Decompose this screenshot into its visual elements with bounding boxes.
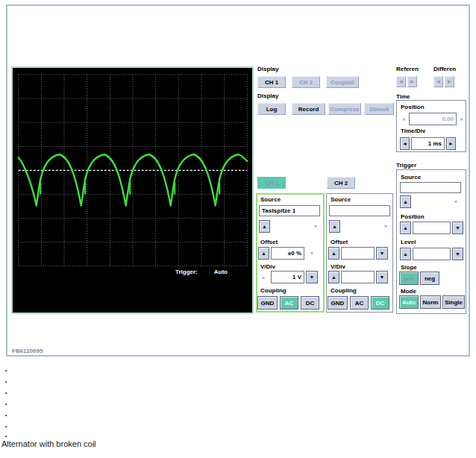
reference-next-button[interactable]: ►	[407, 76, 417, 87]
bullet-dot	[5, 415, 7, 416]
time-group-label: Time	[396, 93, 410, 100]
ch2-vdiv-value	[341, 271, 375, 283]
reference-prev-button[interactable]: ◄	[396, 76, 406, 87]
ch2-source-value[interactable]	[329, 205, 390, 216]
arrow-down-icon: ▼	[380, 275, 385, 280]
ch1-vdiv-value: 1 V	[271, 271, 304, 283]
trigger-position-up-button[interactable]: ▲	[400, 222, 411, 234]
slope-pos-button[interactable]: pos	[399, 272, 419, 285]
ch1-source-down-button[interactable]: ▼	[311, 222, 320, 231]
ch1-source-up-button[interactable]: ▲	[259, 220, 270, 233]
trigger-source-down-button[interactable]: ▼	[451, 197, 460, 207]
arrow-down-icon: ▼	[313, 224, 319, 229]
arrow-down-icon: ▼	[383, 224, 389, 229]
ch2-coupling-gnd-button[interactable]: GND	[328, 296, 348, 310]
ch2-source-up-button[interactable]: ▲	[329, 220, 340, 233]
ch1-offset-up-button[interactable]: ▲	[258, 247, 269, 260]
ch1-vdiv-up-button[interactable]: ▲	[259, 272, 268, 282]
difference-next-button[interactable]: ►	[445, 76, 454, 87]
figure-code: FB6110095	[12, 348, 43, 354]
arrow-up-icon: ▲	[403, 199, 408, 204]
tab-ch2[interactable]: CH 2	[327, 177, 355, 189]
arrow-right-icon: ►	[410, 78, 416, 85]
arrow-right-icon: ►	[447, 78, 453, 85]
record-button[interactable]: Record	[292, 103, 325, 115]
trigger-level-label: Level	[401, 239, 416, 245]
trigger-position-value	[413, 222, 451, 234]
compress-button[interactable]: Compress	[328, 103, 361, 115]
bullet-dot	[5, 381, 7, 383]
arrow-up-icon: ▲	[331, 275, 336, 280]
ch1-offset-label: Offset	[260, 239, 278, 245]
ch1-coupling-label: Coupling	[260, 287, 286, 294]
mode-auto-button[interactable]: Auto	[399, 295, 419, 309]
time-position-value: 0.00	[409, 113, 457, 125]
slope-neg-button[interactable]: neg	[420, 272, 439, 285]
time-position-left-button[interactable]: ◄	[400, 113, 407, 125]
ch2-offset-up-button[interactable]: ▲	[328, 247, 339, 260]
ch2-vdiv-down-button[interactable]: ▼	[376, 271, 388, 283]
arrow-up-icon: ▲	[262, 224, 267, 229]
ch1-source-label: Source	[260, 196, 281, 203]
screen-trigger-status: Trigger: Auto	[175, 269, 228, 275]
arrow-down-icon: ▼	[454, 199, 459, 204]
trigger-source-value[interactable]	[400, 182, 461, 193]
display-coupled-button[interactable]: Coupled	[326, 76, 359, 88]
time-position-label: Position	[401, 104, 425, 110]
ch2-offset-down-button[interactable]: ▼	[376, 247, 388, 260]
mode-single-button[interactable]: Single	[442, 295, 465, 309]
ch1-offset-value: ±0 %	[271, 247, 304, 260]
ch2-vdiv-up-button[interactable]: ▲	[328, 271, 339, 283]
mode-norm-button[interactable]: Norm	[420, 295, 441, 309]
trigger-level-up-button[interactable]: ▲	[400, 248, 411, 260]
waveform-plot	[13, 68, 252, 313]
figure-caption: Alternator with broken coil	[1, 439, 96, 448]
arrow-down-icon: ▼	[455, 251, 460, 257]
ch2-coupling-label: Coupling	[331, 287, 357, 294]
ch2-coupling-ac-button[interactable]: AC	[350, 296, 369, 310]
bullet-dot	[5, 370, 7, 371]
arrow-up-icon: ▲	[331, 251, 336, 256]
bullet-dot	[5, 404, 7, 405]
bullet-dot	[5, 392, 7, 394]
reference-label: Referen	[396, 66, 419, 72]
arrow-down-icon: ▼	[380, 251, 385, 256]
trigger-level-down-button[interactable]: ▼	[452, 248, 463, 260]
timediv-decrease-button[interactable]: ◄	[400, 137, 410, 150]
display-channels-label: Display	[257, 66, 278, 72]
bullet-dot	[5, 436, 7, 437]
ch1-coupling-ac-button[interactable]: AC	[280, 296, 298, 310]
arrow-right-icon: ►	[460, 116, 465, 122]
display-ch1-button[interactable]: CH 1	[257, 76, 286, 88]
ch1-source-value[interactable]: Tastspitze 1	[259, 205, 320, 216]
ch1-coupling-gnd-button[interactable]: GND	[257, 296, 278, 310]
log-button[interactable]: Log	[257, 103, 286, 115]
arrow-left-icon: ◄	[402, 141, 407, 146]
arrow-down-icon: ▼	[455, 225, 460, 230]
difference-label: Differen	[433, 66, 456, 72]
difference-prev-button[interactable]: ◄	[433, 76, 443, 87]
ch1-vdiv-down-button[interactable]: ▼	[306, 271, 318, 283]
display-modes-label: Display	[257, 92, 278, 99]
display-ch2-button[interactable]: CH 2	[292, 76, 320, 88]
stimuli-button[interactable]: Stimuli	[364, 103, 394, 115]
trigger-source-up-button[interactable]: ▲	[400, 195, 411, 208]
bullet-dot	[5, 426, 7, 427]
time-position-right-button[interactable]: ►	[458, 113, 466, 125]
arrow-left-icon: ◄	[398, 78, 404, 85]
arrow-down-icon: ▼	[310, 251, 315, 256]
ch2-coupling-dc-button[interactable]: DC	[371, 296, 389, 310]
timediv-label: Time/Div	[401, 128, 425, 134]
trigger-level-value	[413, 248, 451, 260]
ch2-vdiv-label: V/Div	[331, 263, 345, 270]
tab-ch1[interactable]: CH 1	[257, 177, 286, 189]
trigger-slope-label: Slope	[401, 264, 417, 271]
arrow-left-icon: ◄	[401, 116, 407, 122]
ch1-coupling-dc-button[interactable]: DC	[301, 296, 319, 310]
arrow-up-icon: ▲	[261, 251, 266, 256]
ch1-offset-down-button[interactable]: ▼	[307, 248, 316, 258]
arrow-up-icon: ▲	[332, 224, 337, 229]
trigger-position-down-button[interactable]: ▼	[452, 222, 463, 234]
ch2-source-down-button[interactable]: ▼	[381, 222, 390, 231]
timediv-increase-button[interactable]: ►	[446, 137, 456, 150]
